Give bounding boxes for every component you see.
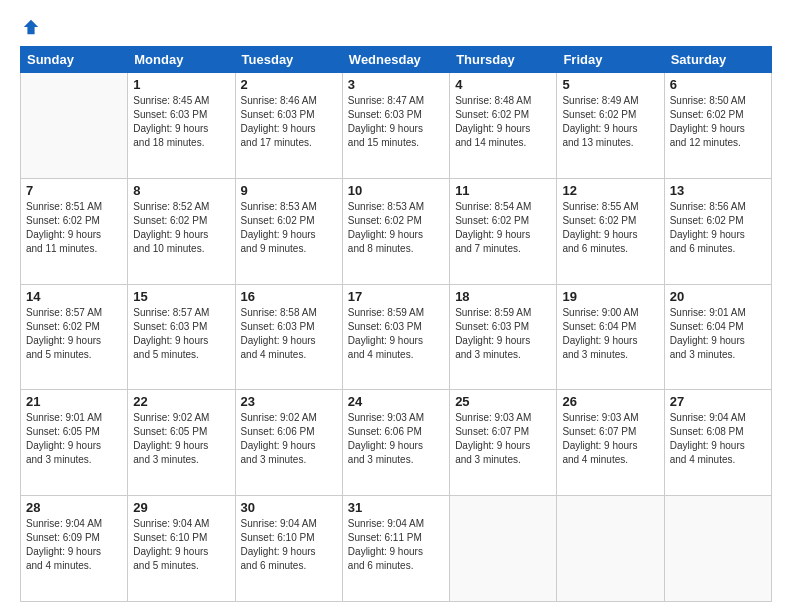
logo-icon xyxy=(22,18,40,36)
day-info: Sunrise: 8:47 AMSunset: 6:03 PMDaylight:… xyxy=(348,94,444,150)
day-number: 25 xyxy=(455,394,551,409)
day-number: 24 xyxy=(348,394,444,409)
day-number: 8 xyxy=(133,183,229,198)
day-number: 22 xyxy=(133,394,229,409)
header xyxy=(20,18,772,36)
day-info: Sunrise: 8:53 AMSunset: 6:02 PMDaylight:… xyxy=(348,200,444,256)
calendar-cell: 25Sunrise: 9:03 AMSunset: 6:07 PMDayligh… xyxy=(450,390,557,496)
calendar-cell: 24Sunrise: 9:03 AMSunset: 6:06 PMDayligh… xyxy=(342,390,449,496)
week-row: 1Sunrise: 8:45 AMSunset: 6:03 PMDaylight… xyxy=(21,73,772,179)
day-number: 9 xyxy=(241,183,337,198)
calendar-cell: 31Sunrise: 9:04 AMSunset: 6:11 PMDayligh… xyxy=(342,496,449,602)
week-row: 28Sunrise: 9:04 AMSunset: 6:09 PMDayligh… xyxy=(21,496,772,602)
day-number: 15 xyxy=(133,289,229,304)
calendar-cell: 15Sunrise: 8:57 AMSunset: 6:03 PMDayligh… xyxy=(128,284,235,390)
week-row: 14Sunrise: 8:57 AMSunset: 6:02 PMDayligh… xyxy=(21,284,772,390)
calendar-cell: 19Sunrise: 9:00 AMSunset: 6:04 PMDayligh… xyxy=(557,284,664,390)
day-info: Sunrise: 9:00 AMSunset: 6:04 PMDaylight:… xyxy=(562,306,658,362)
day-info: Sunrise: 9:04 AMSunset: 6:10 PMDaylight:… xyxy=(133,517,229,573)
day-number: 16 xyxy=(241,289,337,304)
day-number: 4 xyxy=(455,77,551,92)
week-row: 7Sunrise: 8:51 AMSunset: 6:02 PMDaylight… xyxy=(21,178,772,284)
day-number: 13 xyxy=(670,183,766,198)
calendar-cell: 26Sunrise: 9:03 AMSunset: 6:07 PMDayligh… xyxy=(557,390,664,496)
day-info: Sunrise: 8:57 AMSunset: 6:03 PMDaylight:… xyxy=(133,306,229,362)
day-header: Tuesday xyxy=(235,47,342,73)
day-header: Friday xyxy=(557,47,664,73)
day-info: Sunrise: 8:52 AMSunset: 6:02 PMDaylight:… xyxy=(133,200,229,256)
day-info: Sunrise: 8:51 AMSunset: 6:02 PMDaylight:… xyxy=(26,200,122,256)
day-number: 29 xyxy=(133,500,229,515)
day-info: Sunrise: 9:04 AMSunset: 6:11 PMDaylight:… xyxy=(348,517,444,573)
day-info: Sunrise: 9:04 AMSunset: 6:08 PMDaylight:… xyxy=(670,411,766,467)
day-number: 27 xyxy=(670,394,766,409)
calendar-cell: 2Sunrise: 8:46 AMSunset: 6:03 PMDaylight… xyxy=(235,73,342,179)
day-info: Sunrise: 8:59 AMSunset: 6:03 PMDaylight:… xyxy=(348,306,444,362)
day-info: Sunrise: 8:45 AMSunset: 6:03 PMDaylight:… xyxy=(133,94,229,150)
day-info: Sunrise: 8:58 AMSunset: 6:03 PMDaylight:… xyxy=(241,306,337,362)
day-info: Sunrise: 9:01 AMSunset: 6:05 PMDaylight:… xyxy=(26,411,122,467)
calendar-cell: 4Sunrise: 8:48 AMSunset: 6:02 PMDaylight… xyxy=(450,73,557,179)
day-info: Sunrise: 9:01 AMSunset: 6:04 PMDaylight:… xyxy=(670,306,766,362)
calendar-cell: 27Sunrise: 9:04 AMSunset: 6:08 PMDayligh… xyxy=(664,390,771,496)
day-number: 6 xyxy=(670,77,766,92)
day-info: Sunrise: 8:48 AMSunset: 6:02 PMDaylight:… xyxy=(455,94,551,150)
day-info: Sunrise: 9:03 AMSunset: 6:06 PMDaylight:… xyxy=(348,411,444,467)
calendar-cell: 11Sunrise: 8:54 AMSunset: 6:02 PMDayligh… xyxy=(450,178,557,284)
day-header: Sunday xyxy=(21,47,128,73)
calendar-cell: 3Sunrise: 8:47 AMSunset: 6:03 PMDaylight… xyxy=(342,73,449,179)
calendar-cell: 28Sunrise: 9:04 AMSunset: 6:09 PMDayligh… xyxy=(21,496,128,602)
calendar-cell xyxy=(21,73,128,179)
day-info: Sunrise: 9:02 AMSunset: 6:06 PMDaylight:… xyxy=(241,411,337,467)
day-info: Sunrise: 9:03 AMSunset: 6:07 PMDaylight:… xyxy=(562,411,658,467)
day-number: 23 xyxy=(241,394,337,409)
day-number: 1 xyxy=(133,77,229,92)
calendar-cell: 8Sunrise: 8:52 AMSunset: 6:02 PMDaylight… xyxy=(128,178,235,284)
day-number: 30 xyxy=(241,500,337,515)
calendar-cell: 29Sunrise: 9:04 AMSunset: 6:10 PMDayligh… xyxy=(128,496,235,602)
day-info: Sunrise: 8:55 AMSunset: 6:02 PMDaylight:… xyxy=(562,200,658,256)
day-info: Sunrise: 8:56 AMSunset: 6:02 PMDaylight:… xyxy=(670,200,766,256)
calendar-cell: 7Sunrise: 8:51 AMSunset: 6:02 PMDaylight… xyxy=(21,178,128,284)
day-number: 20 xyxy=(670,289,766,304)
day-header: Thursday xyxy=(450,47,557,73)
day-number: 11 xyxy=(455,183,551,198)
calendar-cell: 23Sunrise: 9:02 AMSunset: 6:06 PMDayligh… xyxy=(235,390,342,496)
day-header: Saturday xyxy=(664,47,771,73)
day-info: Sunrise: 9:04 AMSunset: 6:10 PMDaylight:… xyxy=(241,517,337,573)
calendar-cell: 13Sunrise: 8:56 AMSunset: 6:02 PMDayligh… xyxy=(664,178,771,284)
calendar-cell: 17Sunrise: 8:59 AMSunset: 6:03 PMDayligh… xyxy=(342,284,449,390)
day-info: Sunrise: 9:04 AMSunset: 6:09 PMDaylight:… xyxy=(26,517,122,573)
day-info: Sunrise: 8:49 AMSunset: 6:02 PMDaylight:… xyxy=(562,94,658,150)
day-number: 19 xyxy=(562,289,658,304)
calendar-cell: 14Sunrise: 8:57 AMSunset: 6:02 PMDayligh… xyxy=(21,284,128,390)
day-header: Monday xyxy=(128,47,235,73)
day-info: Sunrise: 8:59 AMSunset: 6:03 PMDaylight:… xyxy=(455,306,551,362)
calendar-cell: 21Sunrise: 9:01 AMSunset: 6:05 PMDayligh… xyxy=(21,390,128,496)
calendar-cell xyxy=(664,496,771,602)
day-number: 26 xyxy=(562,394,658,409)
day-number: 28 xyxy=(26,500,122,515)
day-number: 5 xyxy=(562,77,658,92)
day-info: Sunrise: 9:02 AMSunset: 6:05 PMDaylight:… xyxy=(133,411,229,467)
calendar-cell: 16Sunrise: 8:58 AMSunset: 6:03 PMDayligh… xyxy=(235,284,342,390)
day-number: 3 xyxy=(348,77,444,92)
svg-marker-0 xyxy=(24,20,38,34)
header-row: SundayMondayTuesdayWednesdayThursdayFrid… xyxy=(21,47,772,73)
day-number: 10 xyxy=(348,183,444,198)
day-number: 17 xyxy=(348,289,444,304)
day-number: 31 xyxy=(348,500,444,515)
calendar-cell xyxy=(557,496,664,602)
day-info: Sunrise: 8:53 AMSunset: 6:02 PMDaylight:… xyxy=(241,200,337,256)
day-header: Wednesday xyxy=(342,47,449,73)
day-info: Sunrise: 8:50 AMSunset: 6:02 PMDaylight:… xyxy=(670,94,766,150)
calendar-cell: 30Sunrise: 9:04 AMSunset: 6:10 PMDayligh… xyxy=(235,496,342,602)
calendar-cell: 9Sunrise: 8:53 AMSunset: 6:02 PMDaylight… xyxy=(235,178,342,284)
day-number: 2 xyxy=(241,77,337,92)
calendar-cell: 10Sunrise: 8:53 AMSunset: 6:02 PMDayligh… xyxy=(342,178,449,284)
day-number: 21 xyxy=(26,394,122,409)
calendar-cell: 1Sunrise: 8:45 AMSunset: 6:03 PMDaylight… xyxy=(128,73,235,179)
day-info: Sunrise: 9:03 AMSunset: 6:07 PMDaylight:… xyxy=(455,411,551,467)
logo xyxy=(20,18,40,36)
calendar-cell: 5Sunrise: 8:49 AMSunset: 6:02 PMDaylight… xyxy=(557,73,664,179)
